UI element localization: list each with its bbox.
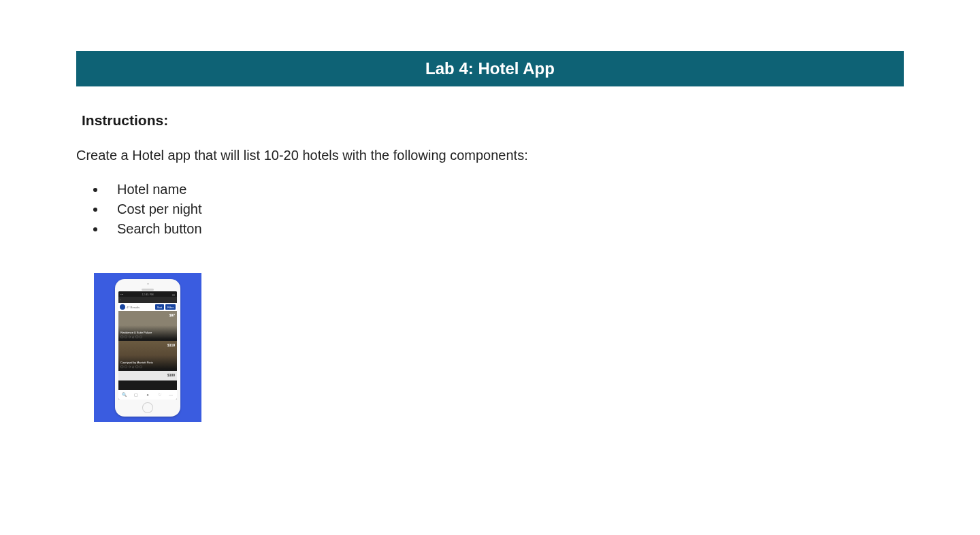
amenity-icon: ◇ — [129, 335, 131, 338]
phone-speaker-icon — [142, 289, 154, 291]
favorites-tab-icon: ♡ — [157, 392, 162, 398]
calendar-tab-icon: ▢ — [133, 392, 139, 398]
hotel-card: $119 Courtyard by Marriott Paris ◯ ▢ ◇ △… — [118, 341, 177, 370]
back-icon: ‹ — [120, 298, 120, 302]
lab-title-bar: Lab 4: Hotel App — [76, 51, 904, 86]
instructions-heading: Instructions: — [82, 112, 904, 129]
filter-button: Filter — [165, 304, 176, 310]
phone-filter-bar: 47 Results Sort Filter — [118, 303, 177, 311]
phone-status-bar: ••• 12:35 PM ▬ — [118, 291, 177, 297]
amenity-icons: ◯ ▢ ◇ △ ◯ ▢ — [120, 335, 175, 338]
amenity-icon: ◇ — [129, 365, 131, 368]
hotel-price: $100 — [167, 373, 175, 377]
phone-camera-icon — [147, 283, 149, 285]
amenity-icon: ◯ — [135, 365, 138, 368]
phone-screen: ••• 12:35 PM ▬ ‹ 47 Results Sort Filter … — [118, 291, 177, 400]
profile-tab-icon: ● — [145, 392, 150, 398]
amenity-icon: △ — [132, 365, 134, 368]
amenity-icon: ▢ — [140, 335, 142, 338]
list-item: Hotel name — [106, 180, 904, 199]
list-item: Search button — [106, 219, 904, 239]
search-tab-icon: 🔍 — [122, 392, 127, 398]
lab-title: Lab 4: Hotel App — [76, 59, 904, 78]
more-tab-icon: ⋯ — [168, 392, 174, 398]
instructions-intro: Create a Hotel app that will list 10-20 … — [76, 148, 904, 163]
bottom-tab-bar: 🔍 ▢ ● ♡ ⋯ — [118, 390, 177, 400]
hotel-card: $97 Residence & Suite Palace ◯ ▢ ◇ △ ◯ ▢ — [118, 311, 177, 340]
brand-logo-icon — [120, 304, 125, 310]
status-time: 12:35 PM — [142, 293, 154, 296]
hotel-card: $100 — [118, 371, 177, 380]
amenity-icon: ◯ — [135, 335, 138, 338]
amenity-icon: ▢ — [125, 365, 127, 368]
amenity-icon: ▢ — [140, 365, 142, 368]
battery-icon: ▬ — [172, 293, 175, 296]
carrier-text: ••• — [120, 293, 123, 296]
phone-nav-bar: ‹ — [118, 297, 177, 303]
hotel-name: Residence & Suite Palace — [120, 331, 175, 334]
amenity-icon: △ — [132, 335, 134, 338]
amenity-icon: ◯ — [120, 365, 123, 368]
sort-button: Sort — [155, 304, 164, 310]
phone-frame: ••• 12:35 PM ▬ ‹ 47 Results Sort Filter … — [115, 279, 180, 417]
list-item: Cost per night — [106, 199, 904, 219]
home-button-icon — [142, 402, 153, 413]
results-count: 47 Results — [127, 306, 154, 309]
phone-mockup-image: ••• 12:35 PM ▬ ‹ 47 Results Sort Filter … — [94, 273, 201, 422]
hotel-price: $97 — [169, 313, 175, 317]
amenity-icon: ◯ — [120, 335, 123, 338]
requirements-list: Hotel name Cost per night Search button — [106, 180, 904, 239]
hotel-name: Courtyard by Marriott Paris — [120, 361, 175, 364]
amenity-icons: ◯ ▢ ◇ △ ◯ ▢ — [120, 365, 175, 368]
hotel-price: $119 — [167, 343, 175, 347]
amenity-icon: ▢ — [125, 335, 127, 338]
